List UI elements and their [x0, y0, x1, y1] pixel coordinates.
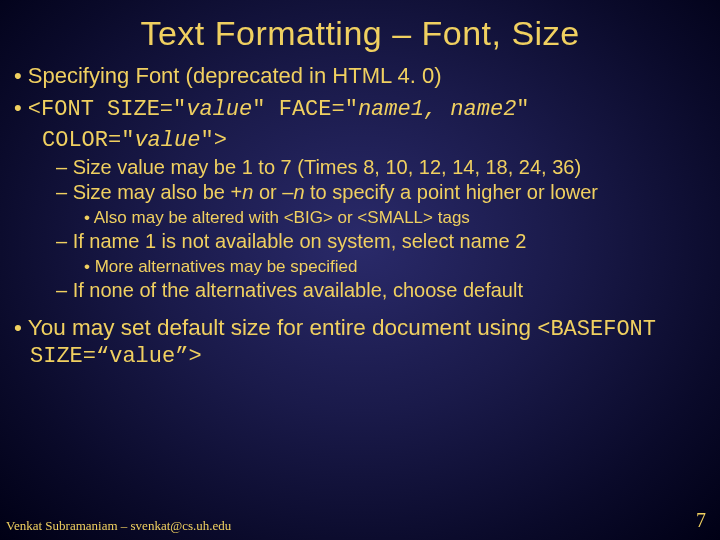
slide-body: Specifying Font (deprecated in HTML 4. 0…: [0, 63, 720, 369]
text: Size may also be +: [73, 181, 243, 203]
sub-sub-bullet-big-small: Also may be altered with <BIG> or <SMALL…: [14, 207, 706, 228]
sub-bullet-size-range: Size value may be 1 to 7 (Times 8, 10, 1…: [14, 156, 706, 180]
code-value: value: [186, 97, 252, 122]
sub-bullet-name-fallback: If name 1 is not available on system, se…: [14, 230, 706, 254]
code-text: " FACE=": [252, 97, 358, 122]
page-number: 7: [696, 509, 706, 532]
var-n: n: [242, 181, 253, 203]
footer-author: Venkat Subramaniam – svenkat@cs.uh.edu: [6, 518, 231, 534]
slide-title: Text Formatting – Font, Size: [0, 0, 720, 63]
code-text: ": [516, 97, 529, 122]
code-value: value: [134, 128, 200, 153]
text: to specify a point higher or lower: [305, 181, 599, 203]
bullet-specifying-font: Specifying Font (deprecated in HTML 4. 0…: [14, 63, 706, 89]
sub-sub-bullet-more-alt: More alternatives may be specified: [14, 256, 706, 277]
code-text: ">: [200, 128, 226, 153]
code-text: COLOR=": [42, 128, 134, 153]
text: or –: [253, 181, 293, 203]
sub-bullet-default: If none of the alternatives available, c…: [14, 279, 706, 303]
bullet-basefont: You may set default size for entire docu…: [14, 316, 706, 368]
var-n: n: [293, 181, 304, 203]
code-names: name1, name2: [358, 97, 516, 122]
text: You may set default size for entire docu…: [28, 315, 537, 340]
bullet-font-tag: <FONT SIZE="value" FACE="name1, name2": [14, 95, 706, 122]
code-text: <FONT SIZE=": [28, 97, 186, 122]
code-line-2: COLOR="value">: [14, 128, 706, 153]
sub-bullet-size-relative: Size may also be +n or –n to specify a p…: [14, 181, 706, 205]
